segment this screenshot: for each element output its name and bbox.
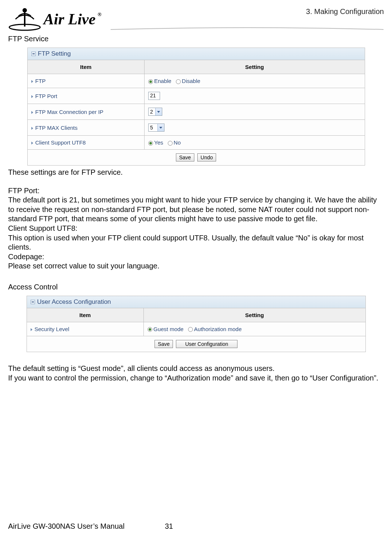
ftp-enable-radio[interactable] xyxy=(148,79,153,84)
ftp-panel-title-text: FTP Setting xyxy=(38,50,71,58)
collapse-icon[interactable] xyxy=(31,52,36,56)
ftp-disable-radio[interactable] xyxy=(176,79,181,84)
save-button[interactable]: Save xyxy=(176,153,194,161)
registered-mark: ® xyxy=(98,12,101,18)
chevron-down-icon xyxy=(157,124,164,131)
chevron-right-icon xyxy=(31,328,32,331)
row-label-security: Security Level xyxy=(35,326,69,332)
undo-button[interactable]: Undo xyxy=(197,153,216,161)
footer-page-number: 31 xyxy=(165,522,173,531)
access-body-text: The default setting is “Guest mode”, all… xyxy=(8,364,384,383)
row-label-maxconn: FTP Max Connection per IP xyxy=(35,109,104,115)
row-label-ftp-port: FTP Port xyxy=(35,93,58,99)
chevron-down-icon xyxy=(155,108,162,115)
auth-mode-label: Authorization mode xyxy=(194,326,242,332)
text-line: This option is used when your FTP client… xyxy=(8,233,384,252)
user-configuration-button[interactable]: User Configuration xyxy=(176,340,237,348)
text-line: If you want to control the permission, c… xyxy=(8,373,384,383)
access-panel-title: User Access Configuration xyxy=(27,296,365,308)
collapse-icon[interactable] xyxy=(31,300,35,304)
maxconn-value: 2 xyxy=(149,109,155,115)
ftp-enable-label: Enable xyxy=(154,78,171,84)
ftp-body-text: These settings are for FTP service. FTP … xyxy=(8,168,384,271)
section-title-ftp: FTP Service xyxy=(8,35,384,43)
text-line: Client Support UTF8: xyxy=(8,224,384,233)
col-header-setting: Setting xyxy=(145,60,365,74)
ftp-port-input[interactable]: 21 xyxy=(148,92,160,100)
text-line: Please set correct value to suit your la… xyxy=(8,261,384,271)
page-footer: AirLive GW-300NAS User’s Manual 31 xyxy=(8,522,384,531)
chevron-right-icon xyxy=(31,80,33,83)
chevron-right-icon xyxy=(31,111,33,114)
guest-mode-radio[interactable] xyxy=(148,327,152,332)
row-label-ftp: FTP xyxy=(35,78,46,84)
save-button[interactable]: Save xyxy=(155,340,173,348)
guest-mode-label: Guest mode xyxy=(153,326,184,332)
col-header-setting: Setting xyxy=(144,308,365,322)
text-line: These settings are for FTP service. xyxy=(8,168,384,177)
text-line: The default port is 21, but sometimes yo… xyxy=(8,195,384,224)
access-panel: User Access Configuration Item Setting S… xyxy=(27,296,366,352)
utf8-yes-radio[interactable] xyxy=(148,141,153,146)
utf8-yes-label: Yes xyxy=(154,139,163,146)
maxclients-value: 5 xyxy=(149,125,157,131)
logo-icon xyxy=(8,7,41,32)
ftp-panel-title: FTP Setting xyxy=(28,48,365,60)
maxconn-select[interactable]: 2 xyxy=(148,108,162,116)
svg-point-1 xyxy=(22,8,27,13)
section-title-access: Access Control xyxy=(8,283,384,291)
row-label-maxclients: FTP MAX Clients xyxy=(35,125,78,131)
chapter-heading: 3. Making Configuration xyxy=(306,7,384,16)
maxclients-select[interactable]: 5 xyxy=(148,124,164,132)
header-divider-icon xyxy=(111,27,384,30)
auth-mode-radio[interactable] xyxy=(188,327,193,332)
utf8-no-radio[interactable] xyxy=(168,141,173,146)
chevron-right-icon xyxy=(31,142,33,145)
ftp-setting-panel: FTP Setting Item Setting FTP Enable Disa… xyxy=(27,48,365,166)
access-panel-title-text: User Access Configuration xyxy=(37,298,111,306)
text-line: FTP Port: xyxy=(8,186,384,196)
row-label-utf8: Client Support UTF8 xyxy=(35,139,86,146)
utf8-no-label: No xyxy=(174,139,181,146)
text-line: Codepage: xyxy=(8,252,384,262)
chevron-right-icon xyxy=(31,127,33,130)
col-header-item: Item xyxy=(28,60,145,74)
col-header-item: Item xyxy=(27,308,144,322)
brand-logo: Air Live® xyxy=(8,7,96,32)
text-line: The default setting is “Guest mode”, all… xyxy=(8,364,384,373)
logo-text: Air Live® xyxy=(44,10,96,28)
chevron-right-icon xyxy=(31,95,33,98)
ftp-disable-label: Disable xyxy=(182,78,200,84)
footer-manual-name: AirLive GW-300NAS User’s Manual xyxy=(8,522,125,531)
